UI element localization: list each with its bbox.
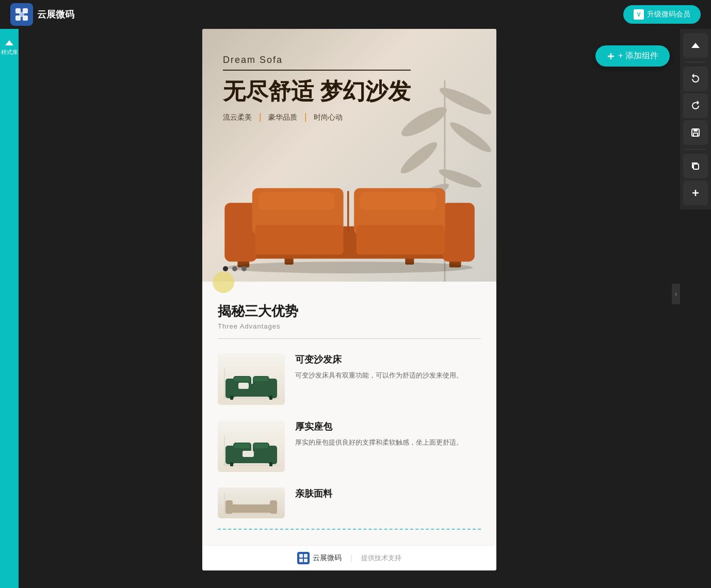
- advantage-item-2: 厚实座包 厚实的座包提供良好的支撑和柔软触感，坐上面更舒适。: [218, 420, 481, 472]
- advantages-section: 揭秘三大优势 Three Advantages: [202, 282, 496, 545]
- upgrade-button[interactable]: V 升级微码会员: [623, 5, 701, 24]
- dot-1[interactable]: [223, 266, 228, 271]
- sidebar-item-style-library[interactable]: 样式库: [0, 36, 19, 60]
- save-button[interactable]: [683, 120, 708, 145]
- redo-button[interactable]: [683, 93, 708, 118]
- svg-rect-47: [243, 451, 254, 457]
- duplicate-button[interactable]: [683, 154, 708, 178]
- section-divider: [218, 338, 481, 339]
- svg-rect-45: [234, 444, 250, 448]
- hero-underline: [223, 70, 411, 71]
- advantages-title: 揭秘三大优势: [218, 302, 481, 320]
- advantage-image-2: [218, 420, 285, 472]
- top-bar: 云展微码 V 升级微码会员: [0, 0, 711, 29]
- advantage-title-3: 亲肤面料: [295, 487, 481, 500]
- advantage-title-1: 可变沙发床: [295, 353, 481, 366]
- footer-separator: ｜: [348, 553, 355, 563]
- logo-text: 云展微码: [37, 8, 74, 21]
- add-component-label: + 添加组件: [618, 51, 658, 61]
- dot-2[interactable]: [232, 266, 237, 271]
- canvas-area: Dream Sofa 无尽舒适 梦幻沙发 流云柔美 ｜ 豪华品质 ｜ 时尚心动: [19, 29, 680, 588]
- advantage-image-inner-1: [218, 353, 285, 405]
- svg-rect-58: [299, 559, 303, 562]
- right-toolbar: [680, 29, 711, 209]
- svg-rect-36: [230, 396, 233, 400]
- svg-rect-23: [357, 225, 445, 255]
- svg-rect-57: [304, 554, 308, 558]
- svg-rect-24: [258, 192, 334, 210]
- tag-2: 豪华品质: [268, 113, 297, 122]
- footer-logo-icon: [297, 552, 310, 564]
- svg-rect-46: [254, 444, 268, 448]
- advantage-title-2: 厚实座包: [295, 420, 481, 433]
- app-logo-icon: [10, 3, 33, 26]
- svg-rect-53: [225, 500, 233, 514]
- carousel-dots: [223, 266, 247, 271]
- advantage-text-3: 亲肤面料: [295, 487, 481, 504]
- logo-area: 云展微码: [10, 3, 74, 26]
- svg-rect-25: [360, 192, 437, 210]
- section-badge-circle: [213, 271, 234, 293]
- svg-rect-17: [224, 203, 257, 262]
- svg-point-26: [226, 262, 473, 273]
- add-component-button[interactable]: + 添加组件: [595, 45, 670, 67]
- footer-support: 提供技术支持: [361, 553, 401, 563]
- upgrade-label: 升级微码会员: [647, 10, 690, 19]
- left-sidebar: 样式库: [0, 0, 19, 588]
- hero-sofa-image: [202, 148, 496, 282]
- hero-content: Dream Sofa 无尽舒适 梦幻沙发 流云柔美 ｜ 豪华品质 ｜ 时尚心动: [223, 55, 411, 123]
- advantage-text-2: 厚实座包 厚实的座包提供良好的支撑和柔软触感，坐上面更舒适。: [295, 420, 481, 448]
- tag-3: 时尚心动: [314, 113, 343, 122]
- hero-section: Dream Sofa 无尽舒适 梦幻沙发 流云柔美 ｜ 豪华品质 ｜ 时尚心动: [202, 29, 496, 282]
- tag-divider-1: ｜: [256, 112, 264, 123]
- svg-rect-49: [269, 462, 272, 466]
- advantage-item-3: 亲肤面料: [218, 487, 481, 530]
- scroll-up-button[interactable]: [683, 33, 708, 58]
- svg-rect-61: [693, 129, 698, 132]
- advantage-item-1: 可变沙发床 可变沙发床具有双重功能，可以作为舒适的沙发来使用。: [218, 353, 481, 405]
- tag-1: 流云柔美: [223, 113, 252, 122]
- tag-divider-2: ｜: [301, 112, 310, 123]
- svg-point-4: [19, 12, 24, 17]
- advantage-desc-1: 可变沙发床具有双重功能，可以作为舒适的沙发来使用。: [295, 370, 481, 381]
- footer-logo: 云展微码: [297, 552, 342, 564]
- hero-subtitle: Dream Sofa: [223, 55, 411, 66]
- toolbar-divider-2: [685, 149, 706, 150]
- svg-rect-59: [304, 559, 308, 562]
- advantage-image-inner-2: [218, 420, 285, 472]
- svg-rect-35: [238, 383, 249, 389]
- svg-rect-62: [693, 133, 698, 136]
- advantage-image-1: [218, 353, 285, 405]
- svg-rect-54: [270, 500, 277, 514]
- footer-bar: 云展微码 ｜ 提供技术支持: [202, 545, 496, 570]
- advantage-desc-2: 厚实的座包提供良好的支撑和柔软触感，坐上面更舒适。: [295, 437, 481, 448]
- toolbar-divider-1: [685, 62, 706, 62]
- svg-rect-63: [693, 164, 699, 169]
- add-section-button[interactable]: [683, 181, 708, 205]
- svg-rect-34: [254, 377, 268, 381]
- svg-rect-18: [442, 203, 475, 262]
- phone-mockup: Dream Sofa 无尽舒适 梦幻沙发 流云柔美 ｜ 豪华品质 ｜ 时尚心动: [202, 29, 496, 570]
- undo-button[interactable]: [683, 67, 708, 91]
- svg-rect-52: [225, 504, 277, 513]
- advantage-text-1: 可变沙发床 可变沙发床具有双重功能，可以作为舒适的沙发来使用。: [295, 353, 481, 381]
- dot-3[interactable]: [241, 266, 247, 271]
- hero-tags: 流云柔美 ｜ 豪华品质 ｜ 时尚心动: [223, 112, 411, 123]
- hero-title: 无尽舒适 梦幻沙发: [223, 79, 411, 104]
- footer-logo-text: 云展微码: [313, 553, 342, 563]
- advantages-subtitle: Three Advantages: [218, 322, 481, 330]
- svg-rect-56: [299, 554, 303, 558]
- svg-rect-48: [230, 462, 233, 466]
- vip-icon: V: [634, 9, 644, 20]
- sidebar-label: 样式库: [1, 48, 18, 56]
- svg-rect-33: [234, 377, 250, 381]
- triangle-icon: [5, 40, 13, 45]
- collapse-panel-arrow[interactable]: ›: [672, 284, 680, 304]
- svg-rect-22: [255, 225, 344, 255]
- advantage-image-3: [218, 487, 285, 518]
- svg-rect-37: [269, 396, 272, 400]
